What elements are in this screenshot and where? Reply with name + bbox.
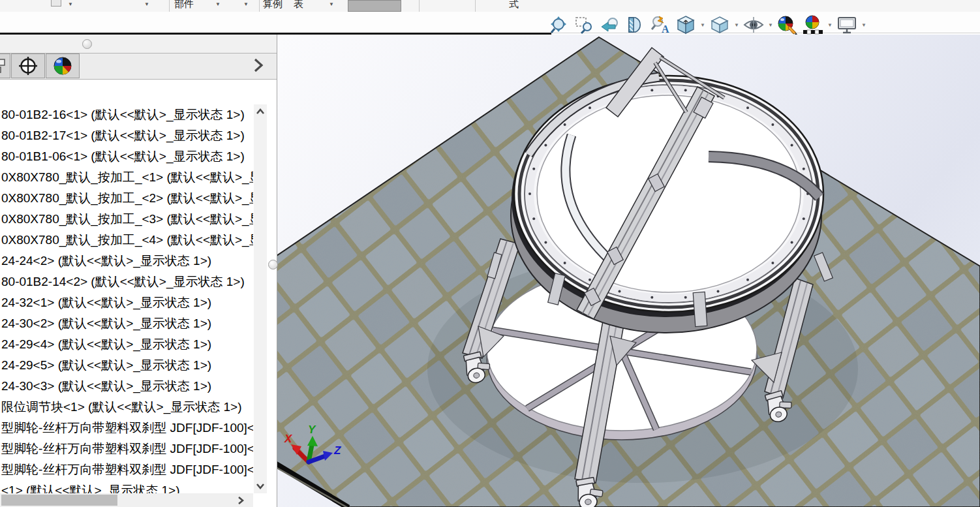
- feature-manager-panel: 80-01B2-16<1> (默认<<默认>_显示状态 1>)80-01B2-1…: [0, 35, 277, 507]
- panel-splitter-handle[interactable]: [268, 260, 278, 269]
- feature-tree-item[interactable]: 型脚轮-丝杆万向带塑料双刹型 JDF[JDF-100]<4:: [0, 459, 253, 480]
- edit-appearance-icon[interactable]: [776, 14, 799, 36]
- feature-tree-item[interactable]: 0X80X780_默认_按加工_<4> (默认<<默认>_显: [0, 230, 253, 251]
- dropdown-caret-icon[interactable]: ▼: [827, 14, 833, 36]
- tree-vertical-scrollbar[interactable]: [254, 104, 267, 493]
- toolbar-separator: [259, 0, 260, 12]
- heads-up-view-toolbar: A ▼ ▼ ▼: [547, 13, 867, 37]
- section-view-icon[interactable]: [623, 14, 647, 36]
- tab-display-manager[interactable]: [46, 54, 80, 78]
- dropdown-caret-icon[interactable]: ▼: [329, 1, 334, 7]
- toolbar-separator: [419, 0, 420, 12]
- feature-tree-item[interactable]: 型脚轮-丝杆万向带塑料双刹型 JDF[JDF-100]<1:: [0, 418, 253, 438]
- style-label-fragment: 式: [509, 0, 519, 12]
- feature-tree-item[interactable]: 24-29<4> (默认<<默认>_显示状态 1>): [0, 334, 253, 355]
- appearance-sphere-icon: [52, 55, 73, 76]
- feature-tree-item[interactable]: 24-32<1> (默认<<默认>_显示状态 1>): [0, 292, 253, 313]
- dropdown-caret-icon[interactable]: ▼: [767, 14, 774, 36]
- svg-text:A: A: [662, 23, 669, 35]
- pressed-toolbar-button[interactable]: [348, 0, 401, 12]
- view-settings-icon[interactable]: [835, 14, 859, 36]
- feature-tree-item[interactable]: 型脚轮-丝杆万向带塑料双刹型 JDF[JDF-100]<3:: [0, 438, 253, 459]
- feature-tree-item[interactable]: 80-01B1-06<1> (默认<<默认>_显示状态 1>): [0, 146, 253, 167]
- dropdown-caret-icon[interactable]: ▼: [68, 1, 73, 7]
- command-tab[interactable]: 今日制造: [309, 12, 369, 33]
- dynamic-annotation-views-icon[interactable]: A: [649, 14, 672, 36]
- scroll-up-icon[interactable]: [254, 104, 267, 119]
- zoom-to-area-icon[interactable]: [572, 14, 596, 36]
- solidworks-window: { "top_bar": { "fragments": { "component…: [0, 0, 980, 507]
- table-button[interactable]: 表: [294, 0, 303, 12]
- command-tab[interactable]: SOLIDWORKS MBD: [193, 12, 308, 33]
- study-button[interactable]: 算例: [263, 0, 283, 12]
- component-button[interactable]: 部件: [174, 0, 194, 12]
- previous-view-icon[interactable]: [598, 14, 621, 36]
- panel-grab-strip[interactable]: [0, 35, 277, 54]
- dropdown-caret-icon[interactable]: ▼: [733, 14, 740, 36]
- tab-dimxpert-manager[interactable]: [11, 54, 45, 78]
- dropdown-caret-icon[interactable]: ▼: [699, 14, 706, 36]
- feature-tree-item[interactable]: 24-30<3> (默认<<默认>_显示状态 1>): [0, 376, 253, 397]
- dropdown-caret-icon[interactable]: ▼: [215, 1, 221, 7]
- command-tab[interactable]: 评估: [40, 12, 79, 33]
- panel-tab-bar: [0, 54, 277, 80]
- feature-tree-item[interactable]: 80-01B2-14<2> (默认<<默认>_显示状态 1>): [0, 271, 253, 292]
- tab-configuration-manager[interactable]: [0, 54, 10, 78]
- command-manager-underline: [0, 33, 551, 35]
- target-crosshair-icon: [18, 55, 38, 76]
- dropdown-caret-icon[interactable]: ▼: [144, 1, 149, 7]
- zoom-to-fit-icon[interactable]: [547, 14, 570, 36]
- apply-scene-icon[interactable]: [801, 14, 825, 36]
- configuration-icon: [0, 58, 8, 74]
- feature-tree-item[interactable]: 24-29<5> (默认<<默认>_显示状态 1>): [0, 355, 253, 376]
- command-tab[interactable]: 草图: [0, 12, 39, 33]
- scroll-right-icon[interactable]: [232, 493, 250, 507]
- feature-tree-item[interactable]: 限位调节块<1> (默认<<默认>_显示状态 1>): [0, 397, 253, 418]
- command-manager-clipped-row: ▼ ▼ 部件 ▼ ▼ 算例 表 ▼ 式: [0, 0, 980, 12]
- feature-tree-item[interactable]: 24-24<2> (默认<<默认>_显示状态 1>): [0, 251, 253, 271]
- toolbar-separator: [475, 0, 476, 12]
- feature-tree-item[interactable]: 0X80X780_默认_按加工_<2> (默认<<默认>_显: [0, 188, 253, 209]
- horizontal-scroll-thumb[interactable]: [1, 495, 117, 506]
- feature-tree-item[interactable]: 0X80X780_默认_按加工_<1> (默认<<默认>_显: [0, 167, 253, 188]
- feature-tree-item[interactable]: 80-01B2-16<1> (默认<<默认>_显示状态 1>): [0, 104, 253, 125]
- feature-tree: 80-01B2-16<1> (默认<<默认>_显示状态 1>)80-01B2-1…: [0, 80, 253, 507]
- feature-tree-item[interactable]: 80-01B2-17<1> (默认<<默认>_显示状态 1>): [0, 125, 253, 146]
- hide-show-items-icon[interactable]: [742, 14, 765, 36]
- panel-expand-arrow[interactable]: [251, 57, 266, 74]
- display-style-icon[interactable]: [708, 14, 731, 36]
- command-tab[interactable]: SOLIDWORKS 插件: [80, 12, 192, 33]
- dropdown-caret-icon[interactable]: ▼: [861, 14, 867, 36]
- feature-tree-item[interactable]: 0X80X780_默认_按加工_<3> (默认<<默认>_显: [0, 209, 253, 230]
- view-orientation-icon[interactable]: [674, 14, 697, 36]
- dropdown-caret-icon[interactable]: ▼: [243, 1, 249, 7]
- toolbar-separator: [169, 0, 170, 12]
- tree-horizontal-scrollbar[interactable]: [0, 493, 253, 507]
- command-tab[interactable]: 3DSource零件库: [369, 12, 465, 33]
- triad-y-label: Y: [308, 423, 316, 436]
- graphics-area[interactable]: X Y Z: [277, 35, 980, 507]
- scroll-down-icon[interactable]: [254, 479, 267, 493]
- panel-right-edge: [277, 35, 277, 507]
- feature-tree-item[interactable]: 24-30<2> (默认<<默认>_显示状态 1>): [0, 313, 253, 334]
- panel-collapse-handle[interactable]: [82, 39, 92, 49]
- triad-x-label: X: [284, 433, 293, 445]
- triad-z-label: Z: [333, 444, 341, 457]
- toolbar-button-fragment[interactable]: [51, 0, 61, 7]
